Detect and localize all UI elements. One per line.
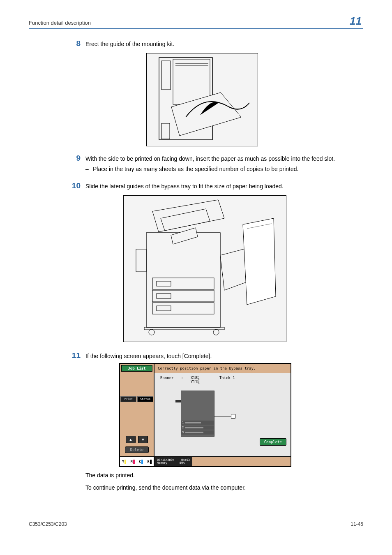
arrow-down-icon[interactable]: ▼ bbox=[138, 436, 148, 443]
figure-copier-bypass bbox=[123, 195, 286, 342]
header-rule bbox=[29, 28, 363, 29]
step-number: 11 bbox=[64, 351, 85, 361]
arrow-up-icon[interactable]: ▲ bbox=[126, 436, 136, 443]
lcd-screen: Job List Print Status ▲ ▼ Delete Correct… bbox=[119, 363, 291, 467]
banner-label: Banner bbox=[160, 376, 174, 384]
step-text: If the following screen appears, touch [… bbox=[85, 351, 363, 361]
step-number: 10 bbox=[64, 181, 85, 191]
footer-left: C353/C253/C203 bbox=[29, 521, 67, 527]
paper-diagram: 1 2 3 bbox=[164, 391, 285, 440]
datetime-bar: 08/16/2007 04:03 Memory 89% bbox=[154, 457, 192, 466]
paragraph: To continue printing, send the document … bbox=[85, 483, 363, 493]
banner-size: X18⅞ Y11⅝ bbox=[191, 376, 200, 384]
step-subtext: –Place in the tray as many sheets as the… bbox=[85, 165, 363, 174]
svg-marker-23 bbox=[243, 218, 276, 305]
colon: : bbox=[181, 376, 183, 384]
step-number: 8 bbox=[64, 39, 85, 49]
delete-button[interactable]: Delete bbox=[125, 446, 149, 453]
paper-thick: Thick 1 bbox=[219, 376, 235, 384]
paragraph: The data is printed. bbox=[85, 471, 363, 480]
step-text: With the side to be printed on facing do… bbox=[85, 155, 363, 164]
step-text: Slide the lateral guides of the bypass t… bbox=[85, 181, 363, 191]
running-header: Function detail description bbox=[29, 20, 91, 28]
screen-message: Correctly position paper in the bypass t… bbox=[154, 364, 291, 373]
figure-mounting-kit bbox=[146, 53, 258, 146]
step-number: 9 bbox=[64, 154, 85, 163]
complete-button[interactable]: Complete bbox=[260, 438, 286, 446]
footer-right: 11-45 bbox=[350, 521, 363, 527]
step-text: Erect the guide of the mounting kit. bbox=[85, 39, 363, 49]
toner-levels: Y M C K bbox=[120, 457, 154, 466]
tab-status[interactable]: Status bbox=[137, 396, 153, 402]
tab-print[interactable]: Print bbox=[120, 396, 136, 402]
joblist-button[interactable]: Job List bbox=[121, 365, 152, 372]
svg-rect-9 bbox=[146, 233, 220, 327]
chapter-number: 11 bbox=[348, 15, 363, 28]
